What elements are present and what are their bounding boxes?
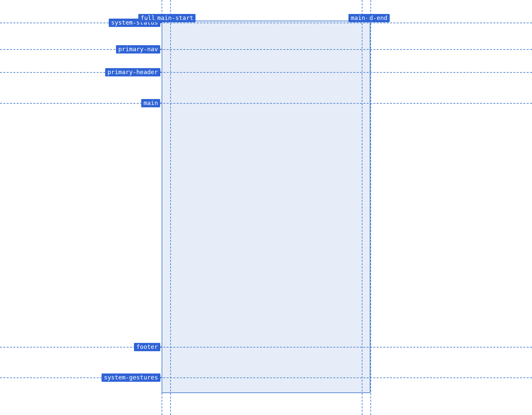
row-label-footer: footer bbox=[134, 343, 160, 351]
row-guide-system-status bbox=[0, 23, 532, 23]
row-guide-primary-header bbox=[0, 72, 532, 73]
row-guide-system-gestures bbox=[0, 377, 532, 378]
tick-icon bbox=[160, 22, 162, 23]
column-guide-fullbleed-end bbox=[370, 0, 371, 415]
row-label-primary-nav: primary-nav bbox=[116, 45, 160, 53]
column-guide-fullbleed-start bbox=[162, 0, 162, 415]
column-label-fullbleed-end: d-end bbox=[367, 14, 390, 22]
row-label-system-gestures: system-gestures bbox=[101, 373, 160, 382]
column-guide-main-start bbox=[170, 0, 171, 415]
tick-icon bbox=[160, 49, 162, 50]
column-guide-main-end bbox=[362, 0, 362, 415]
row-guide-main bbox=[0, 103, 532, 104]
device-viewport-frame bbox=[162, 21, 370, 393]
tick-icon bbox=[160, 347, 162, 347]
tick-icon bbox=[160, 377, 162, 378]
layout-diagram: fullb main-start main-end d-end system-s… bbox=[0, 0, 532, 415]
row-label-main: main bbox=[141, 99, 160, 107]
tick-icon bbox=[160, 103, 162, 103]
column-label-main-start: main-start bbox=[155, 14, 196, 22]
row-guide-footer bbox=[0, 347, 532, 348]
tick-icon bbox=[160, 72, 162, 72]
row-label-primary-header: primary-header bbox=[105, 68, 160, 76]
row-guide-primary-nav bbox=[0, 49, 532, 50]
